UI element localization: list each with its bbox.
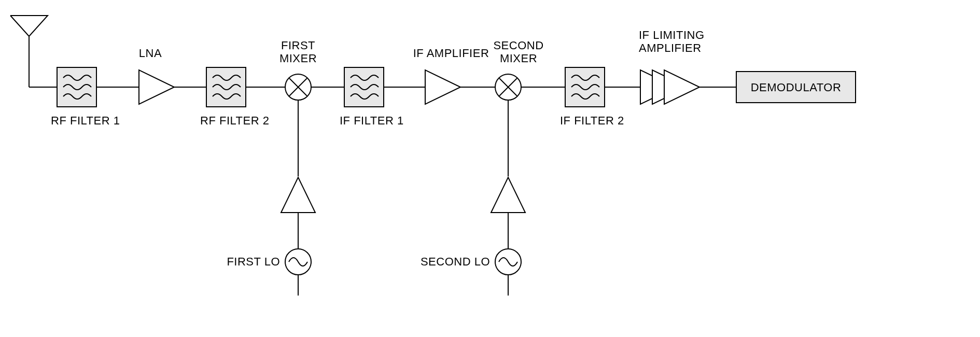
first-mixer: FIRST MIXER bbox=[279, 39, 317, 100]
svg-rect-3 bbox=[206, 67, 246, 107]
rf-filter-2: RF FILTER 2 bbox=[200, 67, 269, 127]
svg-rect-12 bbox=[565, 67, 605, 107]
lna-label: LNA bbox=[139, 47, 162, 60]
svg-marker-18 bbox=[281, 177, 315, 213]
if-limiting-amp-label-1: IF LIMITING bbox=[639, 29, 705, 41]
svg-marker-2 bbox=[139, 70, 174, 104]
svg-marker-8 bbox=[425, 70, 460, 104]
svg-rect-1 bbox=[57, 67, 96, 107]
if-limiting-amplifier: IF LIMITING AMPLIFIER bbox=[639, 29, 705, 104]
demodulator: DEMODULATOR bbox=[736, 72, 856, 103]
demodulator-label: DEMODULATOR bbox=[751, 81, 842, 94]
if-filter-2-label: IF FILTER 2 bbox=[560, 114, 624, 127]
if-filter-1-label: IF FILTER 1 bbox=[340, 114, 404, 127]
svg-marker-15 bbox=[664, 70, 699, 104]
second-mixer-label-1: SECOND bbox=[493, 39, 543, 52]
if-amplifier: IF AMPLIFIER bbox=[413, 47, 489, 104]
second-lo-label: SECOND LO bbox=[421, 255, 490, 268]
receiver-block-diagram: RF FILTER 1 LNA RF FILTER 2 FIRST MIXER … bbox=[0, 0, 980, 337]
svg-rect-7 bbox=[344, 67, 384, 107]
rf-filter-1-label: RF FILTER 1 bbox=[51, 114, 120, 127]
first-lo-label: FIRST LO bbox=[227, 255, 280, 268]
second-lo-chain: SECOND LO bbox=[421, 100, 525, 296]
lna: LNA bbox=[139, 47, 174, 104]
if-amplifier-label: IF AMPLIFIER bbox=[413, 47, 489, 60]
svg-marker-23 bbox=[491, 177, 525, 213]
first-mixer-label-2: MIXER bbox=[279, 52, 317, 65]
rf-filter-2-label: RF FILTER 2 bbox=[200, 114, 269, 127]
first-mixer-label-1: FIRST bbox=[281, 39, 315, 52]
if-limiting-amp-label-2: AMPLIFIER bbox=[639, 41, 702, 54]
first-lo-chain: FIRST LO bbox=[227, 100, 315, 296]
if-filter-2: IF FILTER 2 bbox=[560, 67, 624, 127]
second-mixer-label-2: MIXER bbox=[500, 52, 537, 65]
if-filter-1: IF FILTER 1 bbox=[340, 67, 404, 127]
antenna bbox=[10, 16, 48, 87]
second-mixer: SECOND MIXER bbox=[493, 39, 543, 100]
rf-filter-1: RF FILTER 1 bbox=[51, 67, 120, 127]
